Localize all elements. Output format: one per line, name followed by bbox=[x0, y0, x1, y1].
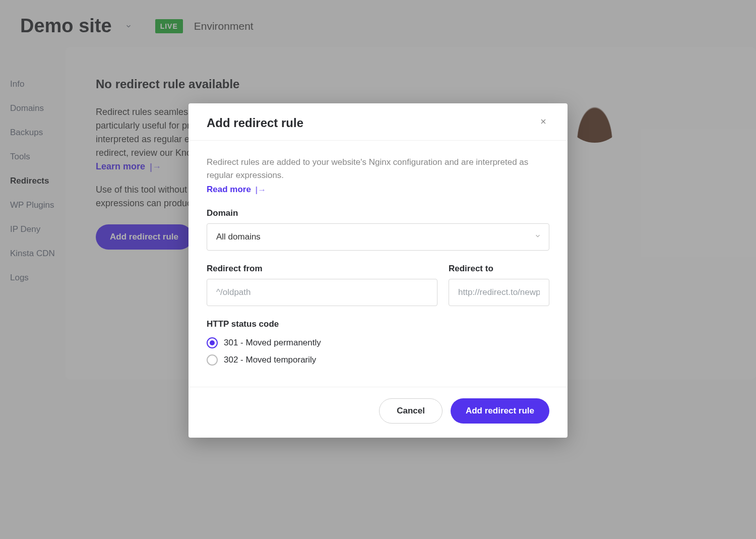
radio-icon bbox=[207, 354, 218, 366]
domain-select[interactable]: All domains bbox=[207, 223, 549, 251]
close-icon[interactable] bbox=[537, 115, 549, 130]
external-link-icon: |→ bbox=[256, 185, 267, 195]
status-302-label: 302 - Moved temporarily bbox=[224, 355, 316, 365]
domain-label: Domain bbox=[207, 208, 549, 218]
modal-overlay: Add redirect rule Redirect rules are add… bbox=[0, 0, 756, 539]
status-301-radio[interactable]: 301 - Moved permanently bbox=[207, 334, 549, 351]
status-302-radio[interactable]: 302 - Moved temporarily bbox=[207, 351, 549, 369]
status-301-label: 301 - Moved permanently bbox=[224, 338, 321, 348]
redirect-from-input[interactable] bbox=[207, 279, 437, 306]
cancel-button[interactable]: Cancel bbox=[379, 398, 443, 424]
modal-description: Redirect rules are added to your website… bbox=[207, 156, 549, 182]
submit-add-redirect-button[interactable]: Add redirect rule bbox=[451, 398, 549, 424]
status-code-label: HTTP status code bbox=[207, 319, 549, 329]
redirect-to-label: Redirect to bbox=[449, 264, 549, 274]
modal-title: Add redirect rule bbox=[207, 116, 303, 130]
redirect-from-label: Redirect from bbox=[207, 264, 437, 274]
domain-select-value: All domains bbox=[207, 223, 549, 251]
add-redirect-modal: Add redirect rule Redirect rules are add… bbox=[188, 103, 568, 438]
read-more-text: Read more bbox=[207, 185, 251, 194]
modal-footer: Cancel Add redirect rule bbox=[188, 387, 568, 438]
modal-header: Add redirect rule bbox=[188, 103, 568, 141]
redirect-to-input[interactable] bbox=[449, 279, 549, 306]
radio-icon bbox=[207, 337, 218, 348]
read-more-link[interactable]: Read more |→ bbox=[207, 185, 266, 194]
chevron-down-icon bbox=[534, 232, 541, 242]
